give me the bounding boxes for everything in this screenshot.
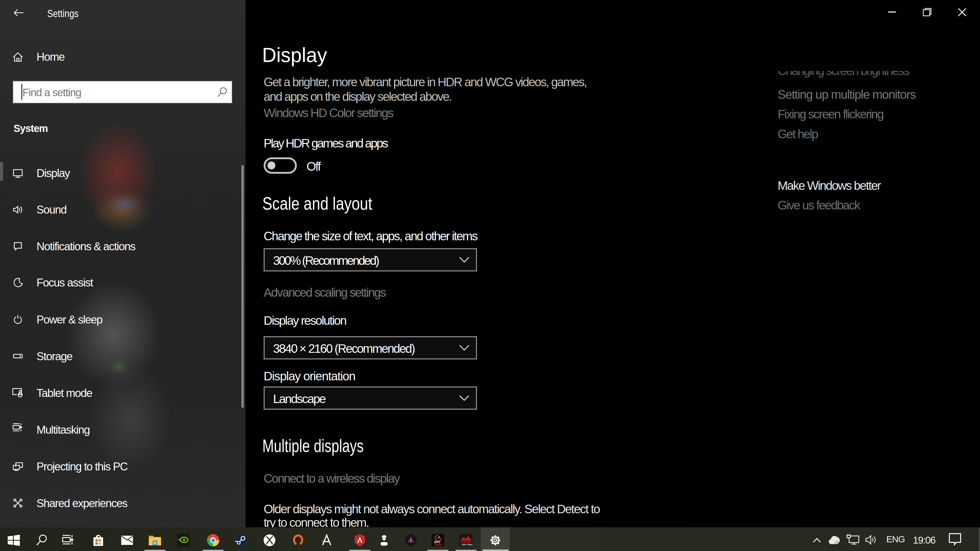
svg-text:GPU Tweak: GPU Tweak	[462, 543, 473, 546]
svg-text:TweakII: TweakII	[434, 543, 442, 546]
